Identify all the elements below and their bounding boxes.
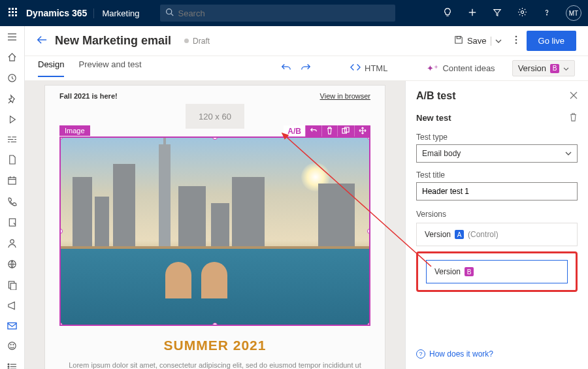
menu-icon[interactable] xyxy=(7,33,17,43)
svg-rect-1 xyxy=(12,8,14,10)
emoji-icon[interactable] xyxy=(7,341,17,353)
email-paragraph[interactable]: Lorem ipsum dolor sit amet, consectetur … xyxy=(59,360,370,369)
globe-icon[interactable] xyxy=(7,259,17,271)
svg-rect-0 xyxy=(8,8,10,10)
user-avatar[interactable]: MT xyxy=(566,5,581,21)
test-title-input[interactable] xyxy=(416,182,578,201)
svg-rect-34 xyxy=(10,283,16,290)
chevron-down-icon xyxy=(563,63,569,73)
lightbulb-icon[interactable] xyxy=(435,8,460,19)
version-b-row-highlight: Version B xyxy=(416,251,578,292)
svg-line-10 xyxy=(171,14,173,16)
svg-point-37 xyxy=(10,344,11,345)
version-a-row[interactable]: Version A (Control) xyxy=(417,223,577,246)
email-canvas[interactable]: Fall 2021 is here! View in browser 120 x… xyxy=(25,81,405,369)
svg-rect-30 xyxy=(9,219,15,226)
svg-point-39 xyxy=(8,364,9,365)
svg-rect-46 xyxy=(457,37,460,39)
app-launcher-icon[interactable] xyxy=(0,8,26,19)
megaphone-icon[interactable] xyxy=(7,301,17,312)
list-icon[interactable] xyxy=(7,362,17,369)
close-icon[interactable] xyxy=(570,91,578,101)
editor-toolbar: Design Preview and test HTML ✦⁺ Content … xyxy=(25,56,588,81)
global-search[interactable] xyxy=(160,5,395,22)
chevron-down-icon xyxy=(565,149,572,158)
sparkle-icon: ✦⁺ xyxy=(427,63,438,73)
version-a-badge: A xyxy=(455,230,464,239)
app-label[interactable]: Marketing xyxy=(93,8,147,18)
svg-rect-4 xyxy=(12,11,14,13)
form-icon[interactable] xyxy=(8,217,17,229)
ab-test-panel: A/B test New test Test type Email body T… xyxy=(405,81,588,369)
go-live-button[interactable]: Go live xyxy=(527,31,576,51)
undo-icon[interactable] xyxy=(281,63,291,74)
global-header: Dynamics 365 Marketing MT xyxy=(0,0,588,26)
svg-point-49 xyxy=(515,42,517,44)
versions-label: Versions xyxy=(416,210,578,219)
help-link[interactable]: ? How does it work? xyxy=(416,349,493,359)
hero-image[interactable] xyxy=(59,136,370,326)
svg-rect-5 xyxy=(15,11,17,13)
search-icon xyxy=(165,8,174,18)
test-type-select[interactable]: Email body xyxy=(416,144,578,163)
svg-rect-8 xyxy=(15,14,17,16)
version-b-badge: B xyxy=(465,267,474,276)
plus-icon[interactable] xyxy=(460,8,485,19)
delete-test-icon[interactable] xyxy=(569,112,578,123)
block-type-label: Image xyxy=(59,125,90,136)
svg-rect-3 xyxy=(8,11,10,13)
redo-icon[interactable] xyxy=(301,63,311,74)
svg-point-36 xyxy=(8,342,16,349)
play-icon[interactable] xyxy=(8,115,17,126)
logo-placeholder[interactable]: 120 x 60 xyxy=(186,104,244,129)
svg-rect-26 xyxy=(8,178,16,184)
svg-point-41 xyxy=(8,366,9,368)
code-icon xyxy=(350,63,361,73)
svg-rect-6 xyxy=(8,14,10,16)
html-toggle[interactable]: HTML xyxy=(350,63,387,73)
selected-image-block[interactable]: Image A/B xyxy=(59,136,370,326)
page-icon[interactable] xyxy=(8,155,16,167)
svg-point-15 xyxy=(546,14,547,14)
recent-icon[interactable] xyxy=(7,73,17,85)
gear-icon[interactable] xyxy=(510,7,534,19)
email-tagline: Fall 2021 is here! xyxy=(59,92,118,100)
version-selector[interactable]: Version B xyxy=(512,60,575,76)
contact-icon[interactable] xyxy=(7,238,17,250)
more-icon[interactable] xyxy=(511,35,521,46)
save-icon xyxy=(454,35,463,46)
calendar-icon[interactable] xyxy=(7,176,17,187)
svg-point-14 xyxy=(521,10,523,13)
template-icon[interactable] xyxy=(8,280,17,292)
save-button[interactable]: Save xyxy=(450,33,506,49)
phone-icon[interactable] xyxy=(7,197,17,208)
test-title-label: Test title xyxy=(416,170,578,180)
help-icon[interactable] xyxy=(534,8,559,19)
svg-rect-35 xyxy=(8,323,16,329)
pin-icon[interactable] xyxy=(7,94,17,106)
mail-icon[interactable] xyxy=(7,321,17,332)
question-icon: ? xyxy=(416,349,425,359)
left-nav-rail: OM xyxy=(0,26,25,369)
tab-design[interactable]: Design xyxy=(38,59,64,77)
back-icon[interactable] xyxy=(37,35,47,46)
status-badge: Draft xyxy=(184,37,210,46)
version-b-row[interactable]: Version B xyxy=(426,260,568,283)
header-actions: MT xyxy=(435,5,588,21)
new-test-label: New test xyxy=(416,113,451,123)
svg-rect-2 xyxy=(15,8,17,10)
brand-label[interactable]: Dynamics 365 xyxy=(26,8,87,18)
chevron-down-icon[interactable] xyxy=(495,36,502,46)
filter-icon[interactable] xyxy=(485,8,510,19)
version-b-badge: B xyxy=(550,64,559,73)
search-input[interactable] xyxy=(178,8,390,18)
test-type-label: Test type xyxy=(416,133,578,142)
page-title: New Marketing email xyxy=(55,34,171,48)
home-icon[interactable] xyxy=(7,52,17,64)
svg-point-38 xyxy=(13,344,14,345)
view-in-browser-link[interactable]: View in browser xyxy=(320,92,370,100)
segments-icon[interactable] xyxy=(7,135,17,146)
email-headline[interactable]: SUMMER 2021 xyxy=(59,338,370,353)
content-ideas-button[interactable]: ✦⁺ Content ideas xyxy=(427,63,495,73)
tab-preview[interactable]: Preview and test xyxy=(78,59,141,77)
